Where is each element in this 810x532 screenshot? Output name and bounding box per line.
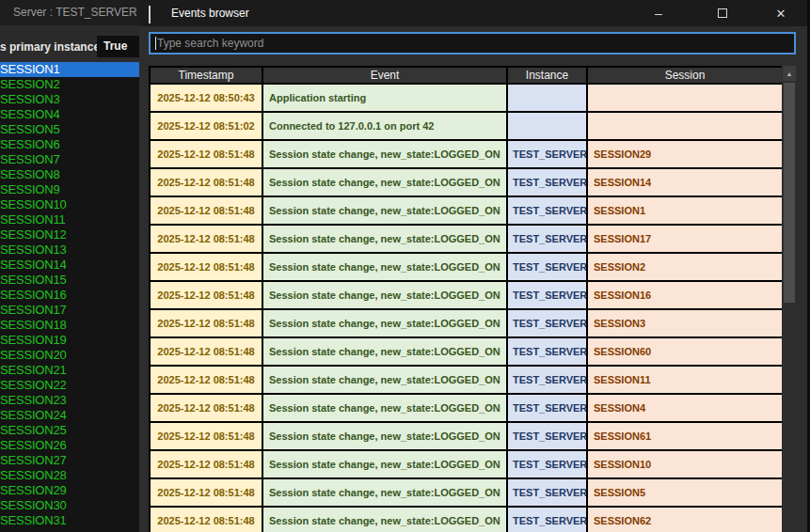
- list-item[interactable]: SESSION11: [0, 212, 141, 227]
- table-row[interactable]: 2025-12-12 08:51:48Session state change,…: [150, 140, 782, 168]
- cell-session: SESSION10: [587, 450, 782, 478]
- table-row[interactable]: 2025-12-12 08:51:02Connected to 127.0.0.…: [150, 112, 782, 140]
- table-row[interactable]: 2025-12-12 08:51:48Session state change,…: [150, 394, 782, 422]
- server-window: Server : TEST_SERVER s primary instance …: [0, 0, 141, 532]
- cell-event: Session state change, new_state:LOGGED_O…: [262, 196, 507, 225]
- column-header-session[interactable]: Session: [587, 67, 782, 84]
- cell-timestamp: 2025-12-12 08:51:48: [150, 225, 262, 253]
- table-row[interactable]: 2025-12-12 08:51:48Session state change,…: [150, 450, 782, 478]
- cell-session: SESSION1: [587, 196, 782, 225]
- close-button[interactable]: ✕: [760, 0, 802, 26]
- list-item[interactable]: SESSION25: [0, 423, 141, 438]
- list-item[interactable]: SESSION9: [0, 182, 141, 197]
- list-item[interactable]: SESSION29: [0, 483, 141, 498]
- table-row[interactable]: 2025-12-12 08:51:48Session state change,…: [150, 337, 782, 366]
- list-item[interactable]: SESSION7: [0, 152, 141, 167]
- list-item[interactable]: SESSION15: [0, 273, 141, 288]
- cell-instance: TEST_SERVER: [507, 168, 587, 196]
- cell-session: SESSION62: [587, 507, 782, 532]
- table-row[interactable]: 2025-12-12 08:51:48Session state change,…: [150, 366, 782, 394]
- table-row[interactable]: 2025-12-12 08:51:48Session state change,…: [150, 225, 782, 253]
- table-row[interactable]: 2025-12-12 08:50:43Application starting: [150, 84, 782, 112]
- cell-timestamp: 2025-12-12 08:51:48: [150, 140, 262, 168]
- list-item[interactable]: SESSION27: [0, 453, 141, 468]
- vertical-scrollbar[interactable]: ▲: [783, 66, 796, 532]
- cell-session: SESSION11: [587, 366, 782, 394]
- list-item[interactable]: SESSION30: [0, 498, 141, 513]
- minimize-button[interactable]: –: [638, 0, 679, 26]
- list-item[interactable]: SESSION5: [0, 122, 141, 137]
- cell-timestamp: 2025-12-12 08:51:48: [150, 507, 262, 532]
- cell-event: Session state change, new_state:LOGGED_O…: [262, 140, 507, 168]
- list-item[interactable]: SESSION12: [0, 227, 141, 243]
- cell-session: SESSION5: [587, 478, 782, 507]
- list-item[interactable]: SESSION31: [0, 513, 141, 528]
- cell-event: Session state change, new_state:LOGGED_O…: [262, 225, 507, 253]
- cell-instance: TEST_SERVER: [507, 450, 587, 478]
- cell-session: SESSION17: [587, 225, 782, 253]
- list-item[interactable]: SESSION4: [0, 107, 141, 122]
- scrollbar-thumb[interactable]: [784, 83, 795, 303]
- list-item[interactable]: SESSION19: [0, 333, 141, 348]
- minimize-icon: –: [655, 6, 662, 21]
- table-row[interactable]: 2025-12-12 08:51:48Session state change,…: [150, 478, 782, 507]
- maximize-button[interactable]: [702, 0, 743, 26]
- maximize-icon: [718, 8, 727, 18]
- list-item[interactable]: SESSION22: [0, 378, 141, 393]
- list-item[interactable]: SESSION18: [0, 318, 141, 333]
- list-item[interactable]: SESSION3: [0, 92, 141, 107]
- cell-event: Session state change, new_state:LOGGED_O…: [262, 422, 507, 450]
- cell-timestamp: 2025-12-12 08:51:02: [150, 112, 262, 140]
- column-header-instance[interactable]: Instance: [507, 67, 587, 84]
- server-titlebar[interactable]: Server : TEST_SERVER: [0, 0, 141, 25]
- table-row[interactable]: 2025-12-12 08:51:48Session state change,…: [150, 422, 782, 450]
- cell-session: SESSION4: [587, 394, 782, 422]
- cell-instance: [507, 112, 587, 140]
- list-item[interactable]: SESSION2: [0, 77, 141, 92]
- cell-event: Session state change, new_state:LOGGED_O…: [262, 337, 507, 366]
- search-box: [149, 32, 796, 55]
- list-item[interactable]: SESSION1: [0, 62, 141, 77]
- cell-timestamp: 2025-12-12 08:51:48: [150, 394, 262, 422]
- table-row[interactable]: 2025-12-12 08:51:48Session state change,…: [150, 196, 782, 225]
- list-item[interactable]: SESSION20: [0, 348, 141, 363]
- list-item[interactable]: SESSION14: [0, 258, 141, 273]
- scrollbar-up-icon[interactable]: ▲: [783, 66, 796, 81]
- list-item[interactable]: SESSION17: [0, 303, 141, 318]
- cell-instance: TEST_SERVER: [507, 478, 587, 507]
- table-row[interactable]: 2025-12-12 08:51:48Session state change,…: [150, 281, 782, 309]
- primary-instance-label: s primary instance :: [0, 40, 106, 54]
- session-list[interactable]: SESSION1SESSION2SESSION3SESSION4SESSION5…: [0, 62, 141, 532]
- table-row[interactable]: 2025-12-12 08:51:48Session state change,…: [150, 253, 782, 281]
- events-titlebar[interactable]: Events browser – ✕: [139, 0, 807, 26]
- list-item[interactable]: SESSION8: [0, 167, 141, 182]
- list-item[interactable]: SESSION13: [0, 243, 141, 258]
- table-row[interactable]: 2025-12-12 08:51:48Session state change,…: [150, 507, 782, 532]
- table-row[interactable]: 2025-12-12 08:51:48Session state change,…: [150, 309, 782, 337]
- list-item[interactable]: SESSION24: [0, 408, 141, 423]
- list-item[interactable]: SESSION16: [0, 288, 141, 303]
- cell-timestamp: 2025-12-12 08:51:48: [150, 450, 262, 478]
- column-header-timestamp[interactable]: Timestamp: [150, 67, 262, 84]
- cell-instance: TEST_SERVER: [507, 507, 587, 532]
- cell-event: Session state change, new_state:LOGGED_O…: [262, 450, 507, 478]
- cell-instance: TEST_SERVER: [507, 422, 587, 450]
- list-item[interactable]: SESSION21: [0, 363, 141, 378]
- list-item[interactable]: SESSION10: [0, 197, 141, 212]
- cell-event: Connected to 127.0.0.1 on port 42: [262, 112, 507, 140]
- table-row[interactable]: 2025-12-12 08:51:48Session state change,…: [150, 168, 782, 196]
- cell-timestamp: 2025-12-12 08:51:48: [150, 337, 262, 366]
- list-item[interactable]: SESSION28: [0, 468, 141, 483]
- cell-timestamp: 2025-12-12 08:51:48: [150, 478, 262, 507]
- cell-session: [587, 112, 782, 140]
- list-item[interactable]: SESSION26: [0, 438, 141, 453]
- events-browser-window: Events browser – ✕ Timestamp Event Insta…: [139, 0, 807, 532]
- search-input[interactable]: [151, 34, 794, 53]
- cell-session: SESSION61: [587, 422, 782, 450]
- events-table-wrap: Timestamp Event Instance Session 2025-12…: [149, 66, 782, 532]
- list-item[interactable]: SESSION23: [0, 393, 141, 408]
- list-item[interactable]: SESSION6: [0, 137, 141, 152]
- primary-instance-value[interactable]: True: [97, 36, 144, 57]
- column-header-event[interactable]: Event: [262, 67, 507, 84]
- cell-timestamp: 2025-12-12 08:51:48: [150, 196, 262, 225]
